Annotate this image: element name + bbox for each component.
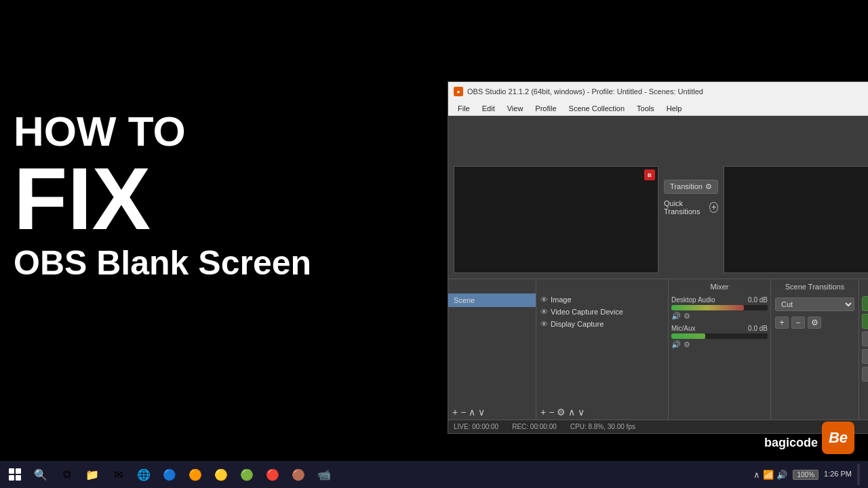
source-settings-button[interactable]: ⚙	[557, 407, 566, 417]
mixer-mic-settings-button[interactable]: ⚙	[684, 340, 690, 349]
scene-add-button[interactable]: +	[452, 407, 458, 417]
sources-panel: 👁 Image 👁 Video Capture Device 👁 Display…	[536, 293, 669, 420]
taskbar-file-explorer-button[interactable]: 📁	[80, 464, 104, 485]
mixer-mic-label: Mic/Aux	[671, 325, 696, 332]
tray-volume-icon[interactable]: 🔊	[776, 470, 787, 480]
transition-type-select[interactable]: Cut	[775, 298, 854, 311]
taskbar-icon5[interactable]: 🟠	[183, 464, 208, 485]
taskbar-mail-button[interactable]: ✉	[106, 464, 130, 485]
mixer-panel-header: Mixer	[669, 279, 771, 293]
mixer-mic-db: 0.0 dB	[748, 325, 768, 332]
mixer-desktop-db: 0.0 dB	[748, 296, 768, 304]
windows-logo-icon	[9, 468, 21, 481]
eye-icon-video[interactable]: 👁	[540, 308, 548, 316]
source-name-image: Image	[551, 296, 572, 304]
eye-icon-image[interactable]: 👁	[540, 296, 548, 304]
mixer-mic-bar-fill	[671, 333, 705, 339]
panel-headers: Mixer Scene Transitions Controls	[448, 279, 868, 293]
mixer-mic-controls: 🔊 ⚙	[671, 340, 768, 349]
menu-bar: File Edit View Profile Scene Collection …	[448, 101, 868, 116]
show-desktop-button[interactable]	[857, 464, 860, 485]
menu-edit[interactable]: Edit	[477, 103, 500, 114]
taskbar-edge-button[interactable]: 🌐	[132, 464, 156, 485]
taskbar-icon6[interactable]: 🟡	[209, 464, 233, 485]
obs-main: B Transition ⚙ Quick Transitions +	[448, 116, 868, 433]
status-cpu-fps: CPU: 8.8%, 30.00 fps	[570, 423, 635, 430]
mixer-desktop-label: Desktop Audio	[671, 296, 715, 304]
taskbar-icon7[interactable]: 🟢	[235, 464, 259, 485]
controls-panel-header: Controls	[859, 279, 868, 293]
mixer-desktop-settings-button[interactable]: ⚙	[684, 312, 690, 321]
transition-settings-button[interactable]: ⚙	[808, 317, 821, 329]
taskbar-right: ∧ 📶 🔊 100% 1:26 PM	[753, 464, 865, 485]
studio-mode-button[interactable]: Studio Mode	[862, 331, 868, 346]
source-name-video: Video Capture Device	[551, 308, 623, 316]
preview-screen-left: B	[454, 166, 658, 273]
scene-remove-button[interactable]: −	[460, 407, 466, 417]
menu-help[interactable]: Help	[661, 103, 688, 114]
title-bar: ● OBS Studio 21.1.2 (64bit, windows) - P…	[448, 82, 868, 101]
quick-transitions[interactable]: Quick Transitions +	[664, 199, 718, 216]
taskbar-chrome-button[interactable]: 🔵	[157, 464, 182, 485]
menu-view[interactable]: View	[502, 103, 529, 114]
taskbar-search-button[interactable]: 🔍	[28, 464, 53, 485]
mixer-mic-bar-bg	[671, 333, 768, 339]
transition-add-button[interactable]: +	[775, 317, 789, 329]
source-up-button[interactable]: ∧	[568, 407, 575, 417]
preview-screen-right: B	[724, 166, 868, 273]
scene-down-button[interactable]: ∨	[478, 407, 485, 417]
eye-icon-display[interactable]: 👁	[540, 320, 548, 328]
bottom-panel: Mixer Scene Transitions Controls Scene +…	[448, 279, 868, 433]
battery-area: 100%	[793, 470, 818, 480]
status-rec: REC: 00:00:00	[512, 423, 557, 430]
menu-file[interactable]: File	[452, 103, 475, 114]
transition-remove-button[interactable]: −	[791, 317, 805, 329]
mixer-channel-desktop-header: Desktop Audio 0.0 dB	[671, 296, 768, 304]
mixer-desktop-controls: 🔊 ⚙	[671, 312, 768, 321]
tray-network-icon[interactable]: 📶	[763, 470, 774, 480]
mixer-desktop-mute-button[interactable]: 🔊	[671, 312, 681, 321]
gear-icon[interactable]: ⚙	[705, 182, 712, 191]
scene-item[interactable]: Scene	[448, 293, 536, 307]
source-down-button[interactable]: ∨	[578, 407, 585, 417]
quick-transitions-add-icon[interactable]: +	[709, 202, 718, 213]
sources-panel-header	[536, 279, 669, 293]
taskbar-icon8[interactable]: 🔴	[260, 464, 285, 485]
menu-profile[interactable]: Profile	[530, 103, 561, 114]
taskbar-task-view-button[interactable]: ⧉	[54, 464, 79, 485]
exit-button[interactable]: Exit	[862, 367, 868, 382]
transition-add-remove: + − ⚙	[775, 317, 854, 329]
scene-up-button[interactable]: ∧	[469, 407, 475, 417]
taskbar: 🔍 ⧉ 📁 ✉ 🌐 🔵 🟠 🟡 🟢 🔴 🟤 📹 ∧ 📶 🔊 100% 1:26 …	[0, 461, 868, 488]
tray-expand-icon[interactable]: ∧	[753, 470, 760, 480]
source-remove-button[interactable]: −	[549, 407, 554, 417]
taskbar-clock[interactable]: 1:26 PM	[824, 469, 852, 479]
battery-percentage: 100%	[793, 470, 818, 480]
preview-right: B	[724, 121, 868, 273]
transition-button[interactable]: Transition ⚙	[664, 180, 718, 194]
mixer-mic-mute-button[interactable]: 🔊	[671, 340, 681, 349]
mixer-channel-mic: Mic/Aux 0.0 dB 🔊 ⚙	[671, 325, 768, 349]
preview-top-spacer-right	[724, 121, 868, 162]
start-button[interactable]	[3, 464, 27, 485]
menu-tools[interactable]: Tools	[631, 103, 660, 114]
mixer-desktop-bar-fill	[671, 305, 744, 310]
menu-scene-collection[interactable]: Scene Collection	[564, 103, 631, 114]
quick-transitions-label: Quick Transitions	[664, 199, 707, 216]
start-streaming-button[interactable]: Start Streaming	[862, 296, 868, 311]
preview-top-spacer	[454, 121, 658, 162]
bagicode-text: bagicode	[764, 436, 818, 450]
transitions-panel-header: Scene Transitions	[771, 279, 859, 293]
source-add-button[interactable]: +	[540, 407, 546, 417]
settings-button[interactable]: Settings	[862, 349, 868, 364]
window-title: OBS Studio 21.1.2 (64bit, windows) - Pro…	[467, 87, 868, 96]
preview-badge-left: B	[644, 169, 655, 180]
taskbar-obs-button[interactable]: 📹	[312, 464, 336, 485]
source-name-display: Display Capture	[551, 320, 604, 328]
obs-window: ● OBS Studio 21.1.2 (64bit, windows) - P…	[224, 41, 711, 393]
preview-area: B Transition ⚙ Quick Transitions +	[448, 116, 868, 279]
start-recording-button[interactable]: Start Recording	[862, 314, 868, 329]
scene-toolbar: + − ∧ ∨	[448, 405, 536, 420]
taskbar-icon9[interactable]: 🟤	[286, 464, 311, 485]
source-item-display-capture: 👁 Display Capture	[536, 318, 668, 330]
